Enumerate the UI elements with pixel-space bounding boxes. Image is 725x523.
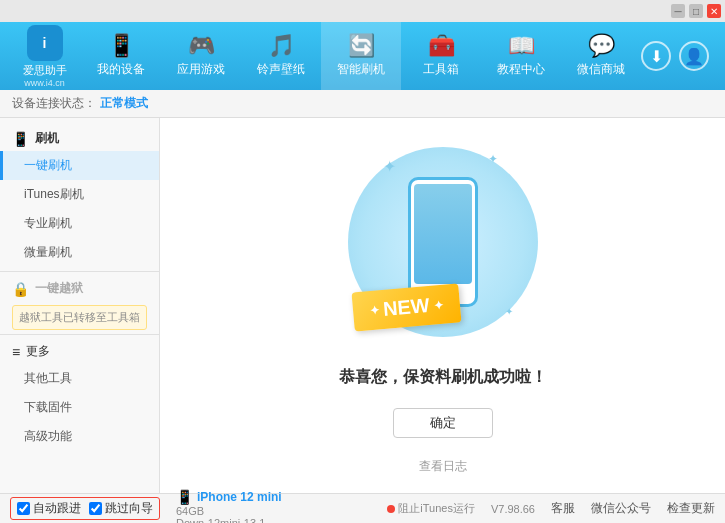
nav-items: 📱 我的设备 🎮 应用游戏 🎵 铃声壁纸 🔄 智能刷机 🧰 工具箱 📖 教程中心… bbox=[81, 22, 641, 90]
nav-wechat-shop[interactable]: 💬 微信商城 bbox=[561, 22, 641, 90]
version-text: V7.98.66 bbox=[491, 503, 535, 515]
sidebar-jailbreak-header: 🔒 一键越狱 bbox=[0, 276, 159, 301]
show-log-link[interactable]: 查看日志 bbox=[419, 458, 467, 475]
main-content: ✦ ✦ ✦ ✦ NEW ✦ 恭喜您，保资料刷机成功啦！ 确定 查看日志 bbox=[160, 118, 725, 493]
main-layout: 📱 刷机 一键刷机 iTunes刷机 专业刷机 微量刷机 🔒 一键越狱 越狱工具… bbox=[0, 118, 725, 493]
nav-app-games[interactable]: 🎮 应用游戏 bbox=[161, 22, 241, 90]
logo-name: 爱思助手 bbox=[23, 63, 67, 78]
sidebar-other-tools[interactable]: 其他工具 bbox=[0, 364, 159, 393]
flash-section-icon: 📱 bbox=[12, 131, 29, 147]
logo-area: i 爱思助手 www.i4.cn bbox=[8, 25, 81, 88]
sparkle-top-left: ✦ bbox=[383, 157, 396, 176]
nav-right: ⬇ 👤 bbox=[641, 41, 717, 71]
itunes-dot bbox=[387, 505, 395, 513]
sparkle-right: ✦ bbox=[432, 297, 443, 312]
tutorial-icon: 📖 bbox=[508, 35, 535, 57]
skip-wizard-checkbox[interactable]: 跳过向导 bbox=[89, 500, 153, 517]
user-button[interactable]: 👤 bbox=[679, 41, 709, 71]
more-section-label: 更多 bbox=[26, 343, 50, 360]
check-update-link[interactable]: 检查更新 bbox=[667, 500, 715, 517]
sidebar-advanced[interactable]: 高级功能 bbox=[0, 422, 159, 451]
sparkle-bottom-right: ✦ bbox=[505, 306, 513, 317]
device-icon: 📱 bbox=[108, 35, 135, 57]
smartshop-icon: 🔄 bbox=[348, 35, 375, 57]
device-firmware: Down-12mini-13,1 bbox=[176, 517, 282, 524]
sidebar-one-key-flash[interactable]: 一键刷机 bbox=[0, 151, 159, 180]
logo-url: www.i4.cn bbox=[24, 78, 65, 88]
sidebar-itunes-flash[interactable]: iTunes刷机 bbox=[0, 180, 159, 209]
title-bar: ─ □ ✕ bbox=[0, 0, 725, 22]
sidebar-download-firmware[interactable]: 下载固件 bbox=[0, 393, 159, 422]
ringtones-icon: 🎵 bbox=[268, 35, 295, 57]
device-info-area: 📱 iPhone 12 mini 64GB Down-12mini-13,1 bbox=[176, 489, 282, 524]
skip-wizard-input[interactable] bbox=[89, 502, 102, 515]
bottom-bar: 自动跟进 跳过向导 📱 iPhone 12 mini 64GB Down-12m… bbox=[0, 493, 725, 523]
sidebar-flash-header: 📱 刷机 bbox=[0, 126, 159, 151]
sparkle-top-right: ✦ bbox=[488, 152, 498, 166]
auto-follow-input[interactable] bbox=[17, 502, 30, 515]
sidebar-more-header: ≡ 更多 bbox=[0, 339, 159, 364]
close-button[interactable]: ✕ bbox=[707, 4, 721, 18]
status-value: 正常模式 bbox=[100, 95, 148, 112]
nav-ringtones[interactable]: 🎵 铃声壁纸 bbox=[241, 22, 321, 90]
nav-smart-shop[interactable]: 🔄 智能刷机 bbox=[321, 22, 401, 90]
support-link[interactable]: 客服 bbox=[551, 500, 575, 517]
flash-section-label: 刷机 bbox=[35, 130, 59, 147]
minimize-button[interactable]: ─ bbox=[671, 4, 685, 18]
status-bar: 设备连接状态： 正常模式 bbox=[0, 90, 725, 118]
auto-follow-checkbox[interactable]: 自动跟进 bbox=[17, 500, 81, 517]
wechat-link[interactable]: 微信公众号 bbox=[591, 500, 651, 517]
jailbreak-section-label: 一键越狱 bbox=[35, 280, 83, 297]
bottom-right: 阻止iTunes运行 V7.98.66 客服 微信公众号 检查更新 bbox=[387, 500, 715, 517]
download-button[interactable]: ⬇ bbox=[641, 41, 671, 71]
device-phone-icon: 📱 bbox=[176, 489, 193, 505]
sidebar-divider-2 bbox=[0, 334, 159, 335]
device-name: iPhone 12 mini bbox=[197, 490, 282, 504]
toolbox-icon: 🧰 bbox=[428, 35, 455, 57]
sparkle-left: ✦ bbox=[368, 302, 379, 317]
nav-tutorial[interactable]: 📖 教程中心 bbox=[481, 22, 561, 90]
sidebar-jailbreak-warning: 越狱工具已转移至工具箱 bbox=[12, 305, 147, 330]
nav-bar: i 爱思助手 www.i4.cn 📱 我的设备 🎮 应用游戏 🎵 铃声壁纸 🔄 … bbox=[0, 22, 725, 90]
checkbox-group: 自动跟进 跳过向导 bbox=[10, 497, 160, 520]
wechatshop-icon: 💬 bbox=[588, 35, 615, 57]
sidebar-backup-flash[interactable]: 微量刷机 bbox=[0, 238, 159, 267]
sidebar-pro-flash[interactable]: 专业刷机 bbox=[0, 209, 159, 238]
success-text: 恭喜您，保资料刷机成功啦！ bbox=[339, 367, 547, 388]
appgames-icon: 🎮 bbox=[188, 35, 215, 57]
phone-illustration: ✦ ✦ ✦ ✦ NEW ✦ bbox=[343, 137, 543, 347]
jailbreak-section-icon: 🔒 bbox=[12, 281, 29, 297]
logo-icon: i bbox=[27, 25, 63, 61]
more-section-icon: ≡ bbox=[12, 344, 20, 360]
maximize-button[interactable]: □ bbox=[689, 4, 703, 18]
sidebar: 📱 刷机 一键刷机 iTunes刷机 专业刷机 微量刷机 🔒 一键越狱 越狱工具… bbox=[0, 118, 160, 493]
device-storage: 64GB bbox=[176, 505, 282, 517]
phone-screen bbox=[414, 184, 472, 284]
nav-toolbox[interactable]: 🧰 工具箱 bbox=[401, 22, 481, 90]
nav-my-device[interactable]: 📱 我的设备 bbox=[81, 22, 161, 90]
sidebar-divider-1 bbox=[0, 271, 159, 272]
confirm-button[interactable]: 确定 bbox=[393, 408, 493, 438]
itunes-status: 阻止iTunes运行 bbox=[387, 501, 475, 516]
status-label: 设备连接状态： bbox=[12, 95, 96, 112]
